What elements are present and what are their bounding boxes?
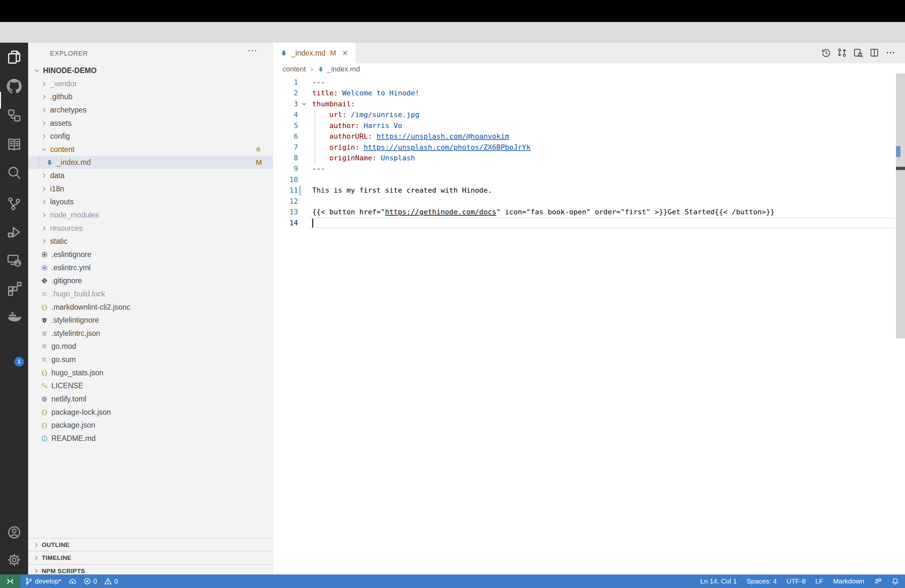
split-editor-icon[interactable] — [869, 48, 879, 57]
active-view-indicator — [0, 92, 1, 109]
sidebar-title: EXPLORER — [50, 50, 88, 57]
more-actions-icon[interactable] — [886, 48, 895, 57]
stylelint-gray-icon — [41, 330, 51, 337]
bell-icon — [891, 577, 899, 585]
activity-github[interactable] — [0, 77, 28, 95]
text-cursor — [312, 219, 313, 227]
compare-changes-icon[interactable] — [837, 48, 847, 57]
warning-icon — [104, 577, 112, 585]
more-actions-icon[interactable]: ⋯ — [248, 44, 257, 56]
menu-bar — [0, 0, 905, 22]
tree-item-label: .hugo_build.lock — [51, 290, 105, 298]
tree-item--stylelintrc-json[interactable]: .stylelintrc.json — [28, 327, 273, 340]
status-notifications[interactable] — [891, 577, 899, 585]
breadcrumb-separator-icon — [309, 67, 314, 72]
close-icon[interactable] — [341, 49, 349, 57]
svg-text:{}: {} — [41, 304, 48, 310]
chevron-right-icon — [41, 173, 50, 179]
status-feedback[interactable] — [874, 577, 882, 585]
tree-item--gitignore[interactable]: .gitignore — [28, 274, 273, 288]
tree-item-package-json[interactable]: {}package.json — [28, 419, 273, 432]
tree-item-label: .gitignore — [51, 277, 82, 285]
tree-item--eslintignore[interactable]: .eslintignore — [28, 248, 273, 261]
tree-item-hinode-demo[interactable]: HINODE-DEMO — [28, 64, 273, 77]
activity-settings[interactable] — [0, 551, 28, 569]
activity-run-debug[interactable] — [0, 223, 28, 241]
tree-item-layouts[interactable]: layouts — [28, 195, 273, 208]
open-preview-icon[interactable] — [853, 48, 863, 57]
chevron-right-icon — [41, 120, 50, 126]
tree-item--vendor[interactable]: _vendor — [28, 77, 273, 91]
panel-timeline[interactable]: TIMELINE — [28, 551, 273, 564]
tree-item--markdownlint-cli2-jsonc[interactable]: {}.markdownlint-cli2.jsonc — [28, 300, 273, 314]
tree-item--stylelintignore[interactable]: .stylelintignore — [28, 313, 273, 327]
activity-docs[interactable] — [0, 135, 28, 154]
activity-search[interactable] — [0, 164, 28, 182]
chevron-right-icon — [41, 238, 50, 245]
tree-item-config[interactable]: config — [28, 130, 273, 143]
chevron-right-icon — [41, 81, 50, 87]
status-language-mode[interactable]: Markdown — [833, 577, 864, 585]
breadcrumb-item[interactable]: _index.md — [327, 65, 360, 73]
tree-item-label: data — [50, 171, 65, 180]
code-editor[interactable]: 1---2title: Welcome to Hinode!3thumbnail… — [273, 75, 905, 574]
status-left: develop*00 — [21, 577, 118, 585]
panel-outline[interactable]: OUTLINE — [28, 538, 273, 551]
tree-item-hugo-stats-json[interactable]: {}hugo_stats.json — [28, 366, 273, 380]
status-indentation[interactable]: Spaces: 4 — [747, 577, 777, 585]
tree-item-archetypes[interactable]: archetypes — [28, 103, 273, 117]
status-branch[interactable]: develop* — [25, 577, 62, 585]
chevron-right-icon — [41, 133, 50, 139]
tree-item--hugo-build-lock[interactable]: .hugo_build.lock — [28, 288, 273, 300]
tree-item-data[interactable]: data — [28, 169, 273, 182]
lines-gray-icon — [41, 291, 51, 297]
chevron-right-icon — [33, 555, 39, 561]
tree-item-license[interactable]: LICENSE — [28, 379, 273, 393]
tree-item-readme-md[interactable]: README.md — [28, 432, 273, 445]
tab-index-md[interactable]: _index.md M — [273, 43, 356, 64]
activity-source-control[interactable]: 1 — [0, 195, 28, 213]
code-line: thumbnail: — [312, 99, 355, 109]
status-eol[interactable]: LF — [816, 577, 824, 585]
tree-item-package-lock-json[interactable]: {}package-lock.json — [28, 406, 273, 419]
editor-scrollbar[interactable] — [896, 73, 905, 574]
tree-item-i18n[interactable]: i18n — [28, 182, 273, 195]
breadcrumb[interactable]: content_index.md — [273, 64, 905, 75]
status-warnings[interactable]: 0 — [104, 577, 118, 585]
tree-item-resources[interactable]: resources — [28, 222, 273, 235]
tree-item-static[interactable]: static — [28, 235, 273, 248]
breadcrumb-item[interactable]: content — [283, 65, 306, 73]
tree-item-label: .stylelintignore — [51, 316, 99, 324]
activity-hierarchy[interactable] — [0, 106, 28, 124]
activity-accounts[interactable] — [0, 523, 28, 542]
activity-extensions[interactable] — [0, 279, 28, 297]
explorer-sidebar: EXPLORER ⋯ HINODE-DEMO_vendor.githubarch… — [28, 43, 273, 574]
remote-indicator[interactable] — [0, 574, 21, 588]
status-publish[interactable] — [68, 577, 76, 585]
tree-item-node-modules[interactable]: node_modules — [28, 208, 273, 222]
scrollbar-slider[interactable] — [896, 73, 905, 338]
activity-docker[interactable] — [0, 307, 28, 325]
chevron-right-icon — [41, 186, 50, 192]
tree-item-go-sum[interactable]: go.sum — [28, 353, 273, 366]
tree-item--index-md[interactable]: _index.mdM — [28, 156, 273, 169]
status-encoding[interactable]: UTF-8 — [786, 577, 806, 585]
tree-item-netlify-toml[interactable]: netlify.toml — [28, 393, 273, 406]
fold-chevron-icon[interactable] — [301, 101, 307, 107]
tree-item-go-mod[interactable]: go.mod — [28, 340, 273, 353]
status-cursor-position[interactable]: Ln 14, Col 1 — [700, 577, 737, 585]
tree-item-assets[interactable]: assets — [28, 117, 273, 130]
activity-remote-explorer[interactable] — [0, 251, 28, 269]
indent-guide — [314, 109, 315, 163]
tree-item--github[interactable]: .github — [28, 90, 273, 103]
panel-label: OUTLINE — [42, 542, 70, 548]
chevron-right-icon — [33, 542, 39, 548]
tree-item--eslintrc-yml[interactable]: .eslintrc.yml — [28, 261, 273, 275]
scm-badge: 1 — [14, 357, 24, 367]
tree-item-content[interactable]: content — [28, 143, 273, 156]
lines-icon — [41, 343, 51, 350]
status-errors[interactable]: 0 — [83, 577, 97, 585]
activity-explorer[interactable] — [0, 48, 28, 66]
editor-actions — [821, 48, 895, 57]
history-icon[interactable] — [821, 48, 830, 57]
